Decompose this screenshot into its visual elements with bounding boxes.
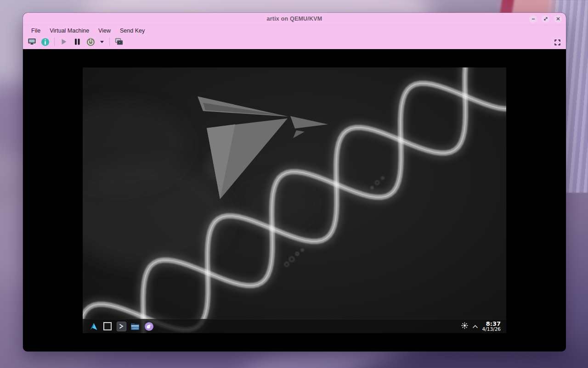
clock-date: 4/13/26 [482,327,501,332]
vm-letterbox: 8:37 4/13/26 [23,49,566,351]
guest-taskbar: 8:37 4/13/26 [83,319,506,333]
maximize-icon [543,17,548,21]
file-manager-launcher[interactable] [130,321,141,332]
workspace-pager[interactable] [102,321,113,332]
terminal-launcher[interactable] [116,321,127,332]
menubar: File Virtual Machine View Send Key [23,25,566,36]
folder-icon [130,322,140,331]
maximize-button[interactable] [542,15,549,23]
window-controls [529,15,562,23]
screenshot-button[interactable] [114,37,124,47]
shutdown-options-button[interactable] [99,37,105,47]
toolbar [23,36,566,49]
screenshot-icon [114,38,124,46]
fullscreen-button[interactable] [552,37,562,47]
titlebar[interactable]: artix on QEMU/KVM [23,13,566,25]
menu-send-key[interactable]: Send Key [115,26,149,35]
virt-manager-window: artix on QEMU/KVM [23,13,566,351]
window-chrome: artix on QEMU/KVM [23,13,566,49]
menu-file[interactable]: File [27,26,45,35]
vm-display[interactable]: 8:37 4/13/26 [83,67,506,333]
close-icon [556,17,560,21]
virtual-display-button[interactable] [27,37,37,47]
menu-view[interactable]: View [94,26,115,35]
brightness-tray-icon[interactable] [461,322,468,331]
browser-bird-icon [144,322,154,331]
virtual-display-icon [28,38,36,46]
shutdown-icon [86,38,95,46]
taskbar-launchers [88,321,154,332]
pause-button[interactable] [72,37,82,47]
app-menu-button[interactable] [88,321,99,332]
hardware-details-icon [41,38,50,46]
menu-virtual-machine[interactable]: Virtual Machine [45,26,94,35]
web-browser-launcher[interactable] [143,321,154,332]
tray-expander[interactable] [472,322,478,330]
toolbar-separator [54,38,55,46]
fullscreen-icon [554,39,561,46]
brightness-sun-icon [461,322,468,329]
terminal-icon [117,322,126,331]
system-tray: 8:37 4/13/26 [461,321,501,332]
guest-wallpaper [83,67,506,333]
minimize-icon [531,17,536,21]
chevron-up-icon [472,325,478,329]
pause-icon [74,38,81,45]
run-icon [60,38,68,45]
toolbar-separator [109,38,110,46]
taskbar-clock[interactable]: 8:37 4/13/26 [482,321,501,332]
window-title: artix on QEMU/KVM [267,16,322,22]
clock-time: 8:37 [482,321,501,327]
run-button[interactable] [59,37,69,47]
chevron-down-icon [100,41,104,43]
artix-menu-icon [89,322,98,331]
close-button[interactable] [554,15,562,23]
minimize-button[interactable] [529,15,537,23]
pager-icon [103,322,112,330]
shutdown-button[interactable] [85,37,96,47]
hardware-details-button[interactable] [40,37,50,47]
